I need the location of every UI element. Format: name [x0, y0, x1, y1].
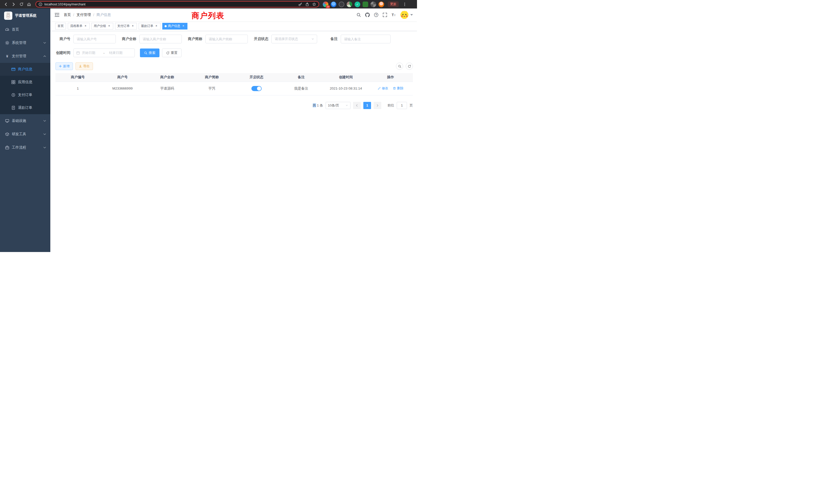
filter-row-1: 商户号 商户全称 商户简称 开启状态 请选择开启状态	[56, 35, 413, 43]
navbar-actions	[356, 10, 413, 19]
merchant-no-input[interactable]	[73, 35, 116, 43]
reset-button[interactable]: 重置	[162, 48, 181, 57]
font-size-icon[interactable]	[391, 13, 396, 17]
extension-icon-1[interactable]: 10	[323, 2, 328, 7]
remark-label: 备注	[323, 37, 341, 41]
tab-refund-orders[interactable]: 退款订单×	[139, 23, 160, 29]
close-icon[interactable]: ×	[181, 24, 185, 28]
sidebar-item-home[interactable]: 首页	[0, 23, 50, 36]
merchant-no-label: 商户号	[56, 37, 73, 41]
browser-forward-button[interactable]	[10, 1, 17, 8]
profile-avatar-icon[interactable]	[378, 2, 384, 7]
edit-link[interactable]: 修改	[378, 86, 388, 91]
sidebar-item-merchant-info[interactable]: 商户信息	[0, 63, 50, 76]
remark-input[interactable]	[341, 35, 391, 43]
sidebar-collapse-icon[interactable]	[54, 12, 60, 18]
browser-menu-button[interactable]	[401, 1, 408, 8]
add-button[interactable]: 新增	[56, 62, 73, 70]
extension-icon-3[interactable]	[339, 2, 344, 7]
col-remark: 备注	[279, 73, 324, 82]
document-icon	[11, 106, 16, 110]
sidebar: 芋道管理系统 首页 系统管理 ¥ 支付管理 商户信息 应用信息	[0, 8, 50, 252]
share-icon[interactable]	[305, 2, 309, 6]
user-menu[interactable]	[400, 10, 413, 19]
extension-icon-2[interactable]	[331, 2, 336, 7]
search-icon	[398, 65, 401, 68]
chevron-down-icon	[345, 104, 348, 107]
search-icon	[144, 51, 147, 55]
refresh-icon	[408, 65, 411, 68]
password-key-icon[interactable]	[299, 2, 302, 6]
sidebar-item-system[interactable]: 系统管理	[0, 36, 50, 49]
goto-page-input[interactable]	[397, 102, 407, 109]
refresh-table-button[interactable]	[406, 63, 413, 70]
page-size-select[interactable]: 10条/页	[326, 102, 351, 109]
trash-icon	[393, 87, 396, 90]
cell-merchant-id: 1	[56, 82, 100, 95]
breadcrumb-payment[interactable]: 支付管理	[76, 13, 91, 17]
sidebar-item-app-info[interactable]: 应用信息	[0, 76, 50, 89]
close-icon[interactable]: ×	[155, 24, 158, 28]
browser-update-button[interactable]: 更新	[388, 1, 399, 7]
sidebar-item-payment[interactable]: ¥ 支付管理	[0, 49, 50, 63]
app-logo[interactable]: 芋道管理系统	[0, 8, 50, 23]
next-page-button[interactable]	[374, 102, 381, 109]
extension-icon-6[interactable]	[363, 2, 368, 7]
tab-pay-orders[interactable]: 支付订单×	[115, 23, 137, 29]
extension-icon-4[interactable]	[347, 2, 352, 7]
sidebar-item-workflow[interactable]: 工作流程	[0, 141, 50, 154]
tab-process-form[interactable]: 流程表单×	[68, 23, 90, 29]
browser-back-button[interactable]	[3, 1, 9, 8]
close-icon[interactable]: ×	[107, 24, 111, 28]
browser-reload-button[interactable]	[18, 1, 25, 8]
url-text[interactable]: localhost:1024/pay/merchant	[44, 3, 296, 6]
search-button[interactable]: 搜索	[140, 48, 159, 57]
merchant-table: 商户编号 商户号 商户全称 商户简称 开启状态 备注 创建时间 操作 1 M23…	[56, 73, 413, 95]
refresh-icon	[166, 51, 170, 55]
github-icon[interactable]	[365, 13, 370, 17]
browser-toolbar: localhost:1024/pay/merchant 10 ✓ 更新	[0, 0, 417, 8]
prev-page-button[interactable]	[353, 102, 361, 109]
chevron-right-icon	[376, 104, 379, 107]
chevron-down-icon	[43, 132, 47, 136]
table-row: 1 M233666999 芋道源码 芋艿 我是备注 2021-10-23 08:…	[56, 82, 413, 95]
table-header-row: 商户编号 商户号 商户全称 商户简称 开启状态 备注 创建时间 操作	[56, 73, 413, 82]
site-info-icon[interactable]	[39, 2, 42, 6]
breadcrumb: 首页 / 支付管理 / 商户信息	[64, 13, 111, 17]
card-icon	[11, 67, 16, 71]
page-number-1[interactable]: 1	[363, 102, 371, 109]
user-avatar	[400, 10, 409, 19]
bookmark-star-icon[interactable]	[312, 2, 316, 6]
search-icon[interactable]	[356, 13, 361, 17]
address-bar[interactable]: localhost:1024/pay/merchant	[36, 1, 319, 7]
browser-home-button[interactable]	[26, 1, 32, 8]
payment-submenu: 商户信息 应用信息 支付订单 退款订单	[0, 63, 50, 114]
sidebar-item-refund-orders[interactable]: 退款订单	[0, 101, 50, 114]
short-name-input[interactable]	[205, 35, 248, 43]
toggle-search-button[interactable]	[396, 63, 403, 70]
extension-icon-7[interactable]	[371, 2, 376, 7]
extension-icon-5[interactable]: ✓	[355, 2, 360, 7]
yen-icon: ¥	[5, 54, 9, 58]
fullscreen-icon[interactable]	[382, 13, 387, 17]
create-time-range-picker[interactable]: 开始日期 - 结束日期	[73, 48, 135, 57]
export-button[interactable]: 导出	[75, 62, 93, 70]
status-toggle[interactable]	[251, 86, 262, 91]
status-select[interactable]: 请选择开启状态	[271, 35, 317, 43]
gear-icon	[5, 41, 9, 45]
close-icon[interactable]: ×	[131, 24, 135, 28]
sidebar-item-dev-tools[interactable]: 研发工具	[0, 128, 50, 141]
help-icon[interactable]	[374, 13, 378, 17]
tab-user-group[interactable]: 用户分组×	[91, 23, 113, 29]
chevron-down-icon	[43, 145, 47, 150]
breadcrumb-home[interactable]: 首页	[64, 13, 71, 17]
full-name-input[interactable]	[139, 35, 182, 43]
tab-home[interactable]: 首页	[55, 23, 66, 29]
delete-link[interactable]: 删除	[393, 86, 403, 91]
sidebar-item-infrastructure[interactable]: 基础设施	[0, 114, 50, 128]
chevron-down-icon	[311, 38, 314, 41]
close-icon[interactable]: ×	[84, 24, 87, 28]
tab-merchant-info[interactable]: 商户信息×	[162, 23, 188, 29]
sidebar-item-pay-orders[interactable]: 支付订单	[0, 89, 50, 101]
breadcrumb-current: 商户信息	[96, 13, 111, 17]
